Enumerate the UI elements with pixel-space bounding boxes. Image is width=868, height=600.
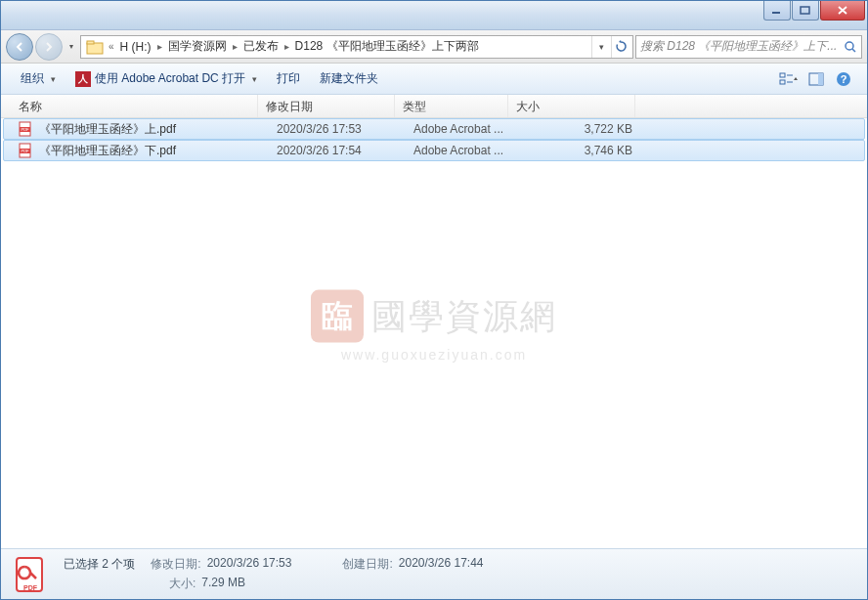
file-row[interactable]: PDF 《平阳地理玉函经》上.pdf 2020/3/26 17:53 Adobe… (3, 118, 865, 140)
svg-point-4 (846, 42, 853, 50)
breadcrumb-separator[interactable]: ▸ (155, 41, 164, 52)
column-headers: 名称 修改日期 类型 大小 (1, 95, 867, 118)
status-bar: PDF 已选择 2 个项 修改日期: 2020/3/26 17:53 创建日期:… (1, 548, 867, 599)
svg-rect-2 (87, 43, 103, 54)
breadcrumb-item[interactable]: 国学资源网 (164, 38, 231, 55)
search-icon (844, 40, 857, 54)
status-size-value: 7.29 MB (201, 576, 245, 592)
status-create-value: 2020/3/26 17:44 (399, 556, 484, 573)
file-name: 《平阳地理玉函经》上.pdf (39, 121, 277, 138)
navigation-bar: ▾ « H (H:) ▸ 国学资源网 ▸ 已发布 ▸ D128 《平阳地理玉函经… (1, 30, 867, 64)
svg-rect-3 (87, 41, 94, 44)
address-dropdown[interactable]: ▾ (591, 36, 611, 58)
file-date: 2020/3/26 17:53 (277, 122, 413, 136)
open-with-label: 使用 Adobe Acrobat DC 打开 (95, 70, 245, 87)
breadcrumb-item[interactable]: D128 《平阳地理玉函经》上下两部 (291, 38, 483, 55)
breadcrumb-separator[interactable]: ▸ (282, 41, 291, 52)
explorer-window: ▾ « H (H:) ▸ 国学资源网 ▸ 已发布 ▸ D128 《平阳地理玉函经… (0, 0, 868, 600)
file-type: Adobe Acrobat ... (413, 144, 527, 157)
file-size: 3,722 KB (527, 122, 644, 136)
svg-rect-0 (772, 12, 780, 14)
file-name: 《平阳地理玉函经》下.pdf (39, 143, 277, 159)
column-size[interactable]: 大小 (508, 95, 635, 117)
breadcrumb-separator[interactable]: ▸ (231, 41, 239, 52)
svg-text:PDF: PDF (22, 127, 30, 132)
svg-text:PDF: PDF (22, 149, 30, 153)
close-button[interactable] (820, 1, 865, 21)
acrobat-icon: 人 (75, 71, 91, 87)
status-mod-value: 2020/3/26 17:53 (207, 556, 292, 573)
pdf-large-icon: PDF (11, 555, 50, 594)
file-list: PDF 《平阳地理玉函经》上.pdf 2020/3/26 17:53 Adobe… (1, 118, 867, 548)
status-mod-label: 修改日期: (151, 556, 200, 573)
svg-rect-5 (780, 73, 785, 77)
toolbar: 组织 人 使用 Adobe Acrobat DC 打开 打印 新建文件夹 ? (1, 64, 867, 95)
status-title: 已选择 2 个项 (64, 556, 135, 573)
folder-icon (86, 38, 104, 56)
column-date[interactable]: 修改日期 (258, 95, 395, 117)
watermark-text: 國學資源網 (371, 292, 557, 340)
svg-rect-6 (780, 80, 785, 84)
breadcrumb-root[interactable]: « (107, 41, 116, 52)
open-with-button[interactable]: 人 使用 Adobe Acrobat DC 打开 (65, 66, 267, 91)
svg-rect-8 (818, 73, 823, 85)
svg-text:?: ? (841, 73, 847, 85)
breadcrumb-item[interactable]: 已发布 (239, 38, 282, 55)
minimize-button[interactable] (763, 1, 791, 21)
status-info: 已选择 2 个项 修改日期: 2020/3/26 17:53 创建日期: 202… (64, 556, 484, 592)
watermark-seal: 臨 (311, 290, 364, 343)
svg-rect-1 (801, 7, 809, 14)
file-date: 2020/3/26 17:54 (277, 144, 413, 157)
help-button[interactable]: ? (832, 67, 855, 91)
organize-button[interactable]: 组织 (11, 66, 65, 91)
refresh-button[interactable] (611, 36, 630, 58)
svg-text:PDF: PDF (23, 584, 38, 591)
print-button[interactable]: 打印 (267, 66, 310, 91)
maximize-button[interactable] (792, 1, 819, 21)
back-button[interactable] (6, 33, 33, 61)
title-bar (1, 1, 867, 30)
pdf-icon: PDF (18, 121, 33, 137)
watermark: 臨 國學資源網 www.guoxueziyuan.com (311, 290, 557, 363)
search-placeholder: 搜索 D128 《平阳地理玉函经》上下... (640, 38, 837, 55)
status-size-label: 大小: (169, 576, 195, 592)
preview-pane-button[interactable] (804, 67, 828, 91)
status-create-label: 创建日期: (342, 556, 392, 573)
watermark-url: www.guoxueziyuan.com (311, 347, 557, 363)
file-type: Adobe Acrobat ... (413, 122, 527, 136)
file-size: 3,746 KB (527, 144, 644, 157)
new-folder-button[interactable]: 新建文件夹 (310, 66, 388, 91)
column-name[interactable]: 名称 (1, 95, 258, 117)
address-bar[interactable]: « H (H:) ▸ 国学资源网 ▸ 已发布 ▸ D128 《平阳地理玉函经》上… (80, 35, 633, 59)
history-dropdown[interactable]: ▾ (65, 35, 78, 59)
search-input[interactable]: 搜索 D128 《平阳地理玉函经》上下... (635, 35, 862, 59)
forward-button[interactable] (35, 33, 63, 61)
window-controls (762, 1, 865, 21)
column-type[interactable]: 类型 (395, 95, 508, 117)
pdf-icon: PDF (18, 143, 33, 158)
file-row[interactable]: PDF 《平阳地理玉函经》下.pdf 2020/3/26 17:54 Adobe… (3, 140, 865, 161)
breadcrumb-item[interactable]: H (H:) (116, 40, 155, 54)
view-options-button[interactable] (777, 67, 801, 91)
